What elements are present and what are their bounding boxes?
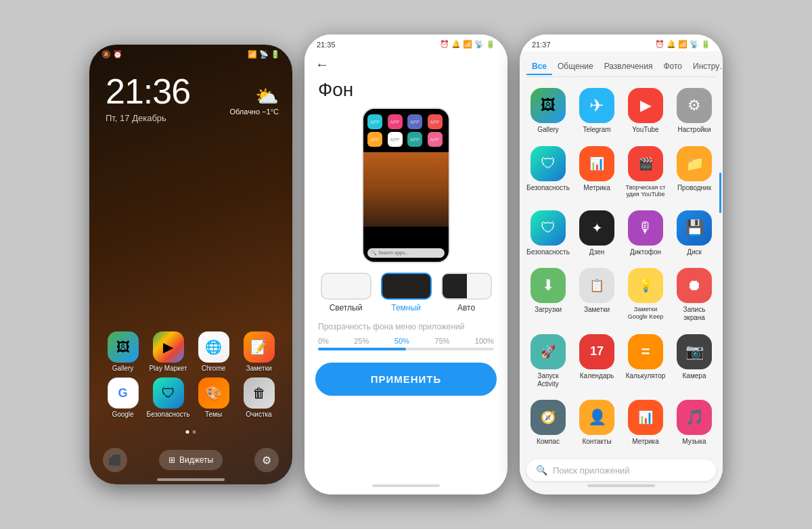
- app-chrome[interactable]: 🌐 Chrome: [194, 331, 234, 372]
- drawer-app-keep[interactable]: 💡 Заметки Google Keep: [623, 264, 669, 327]
- drawer-security2-icon: 🛡: [531, 210, 566, 246]
- preview-search: 🔍 Search apps...: [367, 248, 445, 258]
- drawer-app-notes[interactable]: 📋 Заметки: [574, 264, 620, 327]
- back-header: ←: [304, 51, 508, 75]
- app-playmarket[interactable]: ▶ Play Маркет: [148, 331, 189, 372]
- drawer-app-settings[interactable]: ⚙ Настройки: [671, 84, 717, 139]
- drawer-app-calendar[interactable]: 17 Календарь: [574, 330, 620, 394]
- t-0: 0%: [318, 337, 329, 345]
- transparency-slider[interactable]: [318, 348, 494, 350]
- drawer-calendar-label: Календарь: [580, 372, 614, 380]
- drawer-app-contacts[interactable]: 👤 Контакты: [574, 396, 620, 451]
- app-grid-1: 🖼 Gallery ▶ Play Маркет 🌐 Chrome 📝 Замет…: [89, 331, 292, 423]
- drawer-app-security1[interactable]: 🛡 Безопасность: [525, 142, 571, 204]
- tab-tools[interactable]: Инстру…: [687, 58, 723, 75]
- recents-button[interactable]: ⬛: [103, 448, 127, 472]
- dot-1: [186, 430, 189, 434]
- bottom-bar-1: ⬛ ⊞ Виджеты ⚙: [103, 448, 279, 472]
- search-icon: 🔍: [536, 465, 547, 476]
- weather-widget: ⛅ Облачно −1°C: [229, 85, 279, 116]
- prev-app-5: APP: [367, 132, 382, 147]
- drawer-app-telegram[interactable]: ✈ Telegram: [574, 84, 620, 139]
- phone-3: 21:37 ⏰ 🔔 📶 📡 🔋 Все Общение Развлечения …: [520, 34, 723, 495]
- app-notes1[interactable]: 📝 Заметки: [239, 331, 279, 372]
- theme-light-label: Светлый: [330, 303, 363, 313]
- drawer-ytcreator-label: Творческая ст удия YouTube: [624, 184, 667, 199]
- drawer-metrika2-label: Метрика: [632, 438, 659, 446]
- app-search-bar[interactable]: 🔍 Поиск приложений: [526, 459, 716, 481]
- tab-all[interactable]: Все: [526, 58, 552, 75]
- theme-dark-box: [381, 273, 432, 300]
- app-google[interactable]: G Google: [103, 377, 143, 418]
- drawer-downloads-label: Загрузки: [535, 306, 562, 314]
- notes-label: Заметки: [246, 365, 271, 372]
- t-25: 25%: [354, 337, 369, 345]
- tab-photo[interactable]: Фото: [658, 58, 687, 75]
- drawer-music-icon: 🎵: [677, 400, 712, 435]
- drawer-keep-icon: 💡: [628, 268, 663, 303]
- drawer-app-disk[interactable]: 💾 Диск: [671, 206, 717, 262]
- drawer-settings-label: Настройки: [677, 126, 710, 134]
- drawer-app-explorer[interactable]: 📁 Проводник: [671, 142, 717, 204]
- app-gallery[interactable]: 🖼 Gallery: [103, 331, 143, 372]
- security-icon: 🛡: [153, 377, 184, 409]
- drawer-app-gallery[interactable]: 🖼 Gallery: [525, 84, 571, 139]
- drawer-app-calculator[interactable]: = Калькулятор: [623, 330, 669, 394]
- drawer-calculator-icon: =: [628, 334, 663, 369]
- drawer-app-metrika1[interactable]: 📊 Метрика: [574, 142, 620, 204]
- status-bar-2: 21:35 ⏰ 🔔 📶 📡 🔋: [304, 34, 508, 51]
- drawer-app-ytcreator[interactable]: 🎬 Творческая ст удия YouTube: [623, 142, 669, 204]
- home-settings-button[interactable]: ⚙: [254, 448, 279, 472]
- playmarket-icon: ▶: [153, 331, 184, 363]
- drawer-compass-icon: 🧭: [531, 400, 566, 435]
- drawer-app-youtube[interactable]: ▶ YouTube: [623, 84, 669, 139]
- widgets-icon: ⊞: [168, 455, 175, 465]
- drawer-app-security2[interactable]: 🛡 Безопасность: [525, 206, 571, 262]
- drawer-ytcreator-icon: 🎬: [628, 146, 663, 181]
- search-bar-text: Поиск приложений: [553, 465, 630, 476]
- drawer-contacts-icon: 👤: [579, 400, 614, 435]
- apply-button[interactable]: ПРИМЕНИТЬ: [315, 363, 497, 396]
- drawer-app-downloads[interactable]: ⬇ Загрузки: [525, 264, 571, 327]
- theme-auto[interactable]: Авто: [441, 273, 492, 313]
- drawer-camera-label: Камера: [683, 372, 706, 380]
- cleaner-icon: 🗑: [244, 377, 275, 409]
- theme-options: Светлый Темный Авто: [304, 273, 508, 317]
- weather-text: Облачно −1°C: [229, 108, 279, 116]
- status-time-3: 21:37: [532, 41, 551, 49]
- drawer-app-launcher[interactable]: 🚀 Запуск Activity: [525, 330, 571, 394]
- tab-entertainment[interactable]: Развлечения: [599, 58, 658, 75]
- drawer-security2-label: Безопасность: [526, 248, 570, 256]
- theme-dark[interactable]: Темный: [381, 273, 432, 313]
- transparency-section: Прозрачность фона меню приложений 0% 25%…: [304, 317, 508, 353]
- drawer-app-music[interactable]: 🎵 Музыка: [671, 396, 717, 451]
- drawer-gallery-label: Gallery: [537, 126, 559, 134]
- app-cleaner[interactable]: 🗑 Очистка: [239, 377, 279, 418]
- drawer-notes-icon: 📋: [579, 268, 614, 303]
- drawer-app-compass[interactable]: 🧭 Компас: [525, 396, 571, 451]
- drawer-app-recorder[interactable]: 🎙 Диктофон: [623, 206, 669, 262]
- back-button[interactable]: ←: [315, 57, 329, 72]
- prev-app-6: APP: [388, 132, 403, 147]
- drawer-app-screenrec[interactable]: ⏺ Запись экрана: [671, 264, 717, 327]
- drawer-contacts-label: Контакты: [582, 438, 611, 446]
- prev-app-4: APP: [428, 114, 443, 129]
- preview-wallpaper: [363, 152, 449, 227]
- app-themes[interactable]: 🎨 Темы: [194, 377, 234, 418]
- cleaner-label: Очистка: [246, 411, 271, 418]
- prev-app-2: APP: [388, 114, 403, 129]
- drawer-youtube-icon: ▶: [628, 88, 663, 123]
- drawer-app-zen[interactable]: ✦ Дзен: [574, 206, 620, 262]
- drawer-app-camera[interactable]: 📷 Камера: [671, 330, 717, 394]
- app-security1[interactable]: 🛡 Безопасность: [148, 377, 189, 418]
- fon-title: Фон: [304, 75, 508, 108]
- theme-dark-label: Темный: [391, 303, 421, 313]
- phone-preview-area: APP APP APP APP APP APP APP APP 🔍 Search…: [304, 108, 508, 273]
- theme-light[interactable]: Светлый: [321, 273, 371, 313]
- drawer-screenrec-icon: ⏺: [677, 268, 712, 303]
- transparency-labels: 0% 25% 50% 75% 100%: [318, 337, 494, 345]
- drawer-app-metrika2[interactable]: 📊 Метрика: [623, 396, 669, 451]
- widgets-label: Виджеты: [179, 455, 213, 465]
- tab-social[interactable]: Общение: [552, 58, 599, 75]
- widgets-button[interactable]: ⊞ Виджеты: [159, 450, 223, 470]
